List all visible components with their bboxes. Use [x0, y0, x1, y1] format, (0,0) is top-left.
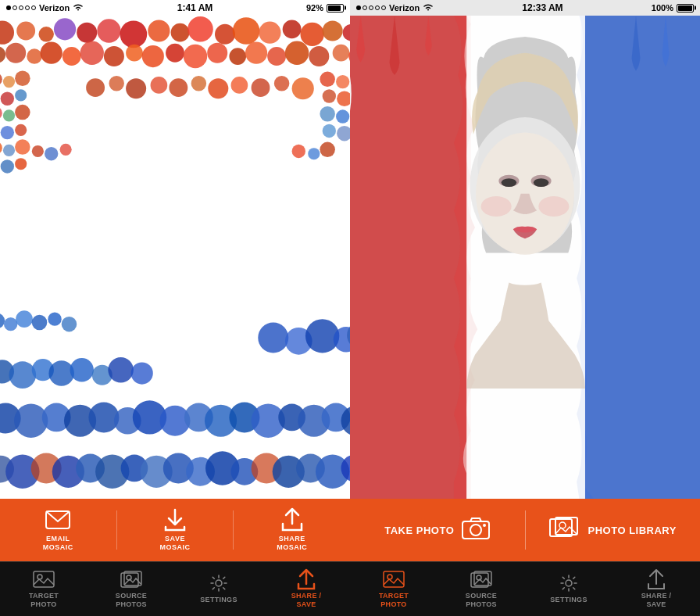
svg-point-149: [216, 580, 222, 586]
svg-point-12: [233, 17, 260, 45]
take-photo-button[interactable]: TAKE PHOTO: [350, 499, 525, 561]
svg-point-25: [126, 45, 143, 62]
svg-point-85: [32, 145, 44, 157]
svg-point-109: [131, 362, 153, 384]
settings-icon-left: [208, 574, 230, 593]
svg-point-81: [231, 77, 248, 94]
svg-point-35: [333, 45, 350, 62]
tab-settings-right[interactable]: SETTINGS: [525, 574, 612, 604]
share-mosaic-label: SHAREMOSAIC: [277, 535, 307, 552]
svg-point-22: [62, 47, 81, 66]
svg-point-24: [104, 46, 124, 66]
svg-point-19: [5, 43, 26, 63]
svg-point-108: [108, 357, 134, 383]
svg-point-44: [3, 109, 15, 121]
save-mosaic-button[interactable]: SAVEMOSAIC: [117, 508, 234, 552]
svg-point-106: [70, 358, 94, 381]
svg-point-14: [283, 20, 302, 38]
tab-target-photo-label-left: TARGETPHOTO: [29, 592, 59, 609]
photo-library-label: PHOTO LIBRARY: [588, 525, 677, 536]
tab-target-photo-left[interactable]: TARGETPHOTO: [0, 570, 88, 609]
svg-point-31: [245, 42, 267, 64]
photo-library-button[interactable]: PHOTO LIBRARY: [526, 499, 701, 561]
tab-source-photos-right[interactable]: SOURCEPHOTOS: [438, 570, 525, 609]
dot5r: [381, 5, 386, 10]
svg-point-159: [481, 196, 512, 217]
svg-point-62: [336, 109, 349, 123]
svg-point-33: [285, 41, 309, 65]
share-save-icon-left: [295, 570, 317, 589]
dot4: [25, 5, 30, 10]
time-display-left: 1:41 AM: [177, 2, 213, 13]
tab-share-save-label-right: SHARE /SAVE: [641, 592, 672, 609]
svg-point-47: [1, 126, 14, 139]
camera-icon: [462, 518, 490, 543]
dot1r: [356, 5, 361, 10]
status-right-right: 100%: [652, 3, 694, 13]
svg-point-32: [267, 47, 286, 66]
signal-dots: [6, 5, 36, 10]
svg-point-11: [215, 24, 235, 45]
action-toolbar-left: EMAILMOSAIC SAVEMOSAIC: [0, 499, 350, 561]
email-mosaic-label: EMAILMOSAIC: [43, 535, 73, 552]
svg-point-20: [27, 48, 42, 64]
photo-source-toolbar: TAKE PHOTO PHOTO LIBRA: [350, 499, 700, 561]
svg-point-93: [16, 310, 33, 328]
svg-point-4: [54, 18, 76, 40]
svg-point-105: [48, 360, 74, 386]
svg-point-48: [15, 124, 27, 136]
dot1: [6, 5, 11, 10]
svg-point-51: [15, 139, 30, 155]
watercolor-image-area: [350, 16, 700, 499]
status-left-right: Verizon: [356, 3, 434, 13]
tab-share-save-label-left: SHARE /SAVE: [291, 592, 322, 609]
mosaic-svg: [0, 16, 350, 499]
svg-point-58: [323, 89, 336, 102]
svg-point-95: [48, 312, 61, 325]
dot3: [19, 5, 23, 10]
time-display-right: 12:33 AM: [522, 2, 562, 13]
mosaic-bg: [0, 16, 350, 499]
battery-icon-right: [677, 4, 694, 13]
tab-bar-right: TARGETPHOTO SOURCEPHOTOS SET: [350, 561, 700, 616]
tab-bar-left: TARGETPHOTO SOURCEPHOTOS SET: [0, 561, 350, 616]
tab-source-photos-left[interactable]: SOURCEPHOTOS: [88, 570, 175, 609]
email-mosaic-button[interactable]: EMAILMOSAIC: [0, 508, 116, 552]
tab-settings-left[interactable]: SETTINGS: [175, 574, 262, 604]
target-photo-icon-left: [33, 570, 55, 589]
svg-point-87: [60, 144, 72, 156]
svg-point-15: [300, 23, 323, 46]
svg-point-103: [9, 361, 36, 389]
tab-share-save-left[interactable]: SHARE /SAVE: [262, 570, 350, 609]
svg-point-145: [38, 575, 42, 579]
svg-point-156: [502, 178, 517, 187]
svg-point-96: [62, 317, 77, 332]
svg-point-21: [41, 42, 62, 64]
watercolor-svg: [350, 16, 700, 499]
left-phone: Verizon 1:41 AM 92%: [0, 0, 350, 616]
svg-point-42: [15, 89, 27, 101]
svg-point-10: [188, 16, 213, 42]
dot2r: [362, 5, 367, 10]
tab-share-save-right[interactable]: SHARE /SAVE: [612, 570, 700, 609]
tab-target-photo-right[interactable]: TARGETPHOTO: [350, 570, 438, 609]
svg-point-76: [126, 78, 146, 98]
svg-point-75: [109, 76, 124, 91]
svg-point-8: [148, 20, 170, 41]
svg-point-94: [32, 315, 48, 331]
wifi-icon-right: [423, 3, 434, 13]
dot3r: [369, 5, 373, 10]
svg-point-160: [538, 196, 569, 217]
svg-point-97: [258, 322, 288, 353]
svg-point-90: [320, 142, 335, 158]
share-mosaic-button[interactable]: SHAREMOSAIC: [234, 508, 350, 552]
svg-point-88: [292, 145, 305, 158]
svg-point-61: [320, 106, 335, 122]
save-icon: [161, 508, 189, 532]
tab-settings-label-left: SETTINGS: [200, 596, 237, 604]
settings-icon-right: [558, 574, 580, 593]
tab-settings-label-right: SETTINGS: [550, 596, 587, 604]
wifi-icon: [73, 3, 84, 13]
svg-point-29: [207, 43, 227, 63]
svg-point-172: [566, 580, 572, 586]
